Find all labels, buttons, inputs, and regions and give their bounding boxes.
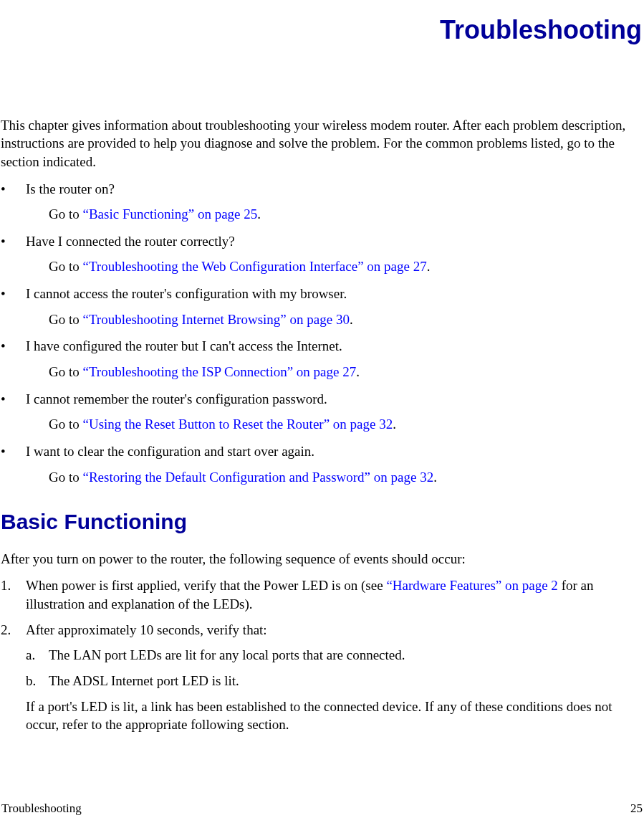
ordered-text-pre: When power is first applied, verify that… [26, 578, 386, 593]
goto-line: Go to “Using the Reset Button to Reset t… [49, 415, 643, 434]
bullet-item: • Is the router on? [1, 180, 643, 199]
bullet-marker: • [1, 232, 26, 251]
bullet-question: I have configured the router but I can't… [26, 337, 643, 356]
intro-paragraph: This chapter gives information about tro… [1, 116, 643, 171]
sub-text: The LAN port LEDs are lit for any local … [49, 646, 643, 665]
bullet-marker: • [1, 442, 26, 461]
section-intro: After you turn on power to the router, t… [1, 550, 643, 568]
section-heading: Basic Functioning [1, 508, 643, 537]
ordered-marker: 1. [1, 576, 26, 613]
goto-suffix: . [427, 259, 431, 274]
goto-suffix: . [393, 417, 396, 432]
sub-marker: b. [26, 672, 49, 690]
bullet-item: • I have configured the router but I can… [1, 337, 643, 356]
bullet-question: Is the router on? [26, 180, 643, 199]
cross-reference-link[interactable]: “Troubleshooting the ISP Connection” on … [83, 364, 357, 379]
goto-line: Go to “Troubleshooting the ISP Connectio… [49, 363, 643, 381]
goto-line: Go to “Troubleshooting Internet Browsing… [49, 310, 643, 329]
page-title: Troubleshooting [1, 13, 643, 48]
goto-prefix: Go to [49, 417, 83, 432]
sub-item: a. The LAN port LEDs are lit for any loc… [26, 646, 643, 665]
sub-text: The ADSL Internet port LED is lit. [49, 672, 643, 690]
bullet-question: I cannot remember the router's configura… [26, 390, 643, 409]
goto-line: Go to “Restoring the Default Configurati… [49, 468, 643, 487]
bullet-item: • Have I connected the router correctly? [1, 232, 643, 251]
cross-reference-link[interactable]: “Restoring the Default Configuration and… [83, 470, 434, 485]
bullet-question: I cannot access the router's configurati… [26, 285, 643, 303]
cross-reference-link[interactable]: “Troubleshooting the Web Configuration I… [83, 259, 427, 274]
bullet-marker: • [1, 390, 26, 409]
sub-item: b. The ADSL Internet port LED is lit. [26, 672, 643, 690]
goto-suffix: . [356, 364, 360, 379]
tail-paragraph: If a port's LED is lit, a link has been … [26, 698, 643, 734]
goto-prefix: Go to [49, 206, 83, 222]
bullet-item: • I cannot access the router's configura… [1, 285, 643, 303]
bullet-marker: • [1, 285, 26, 303]
cross-reference-link[interactable]: “Hardware Features” on page 2 [386, 578, 558, 593]
goto-line: Go to “Troubleshooting the Web Configura… [49, 257, 643, 276]
ordered-text: When power is first applied, verify that… [26, 576, 643, 613]
goto-prefix: Go to [49, 259, 83, 274]
footer-page-number: 25 [630, 801, 643, 817]
goto-prefix: Go to [49, 470, 83, 485]
cross-reference-link[interactable]: “Using the Reset Button to Reset the Rou… [83, 417, 393, 432]
goto-line: Go to “Basic Functioning” on page 25. [49, 205, 643, 224]
footer-left: Troubleshooting [1, 801, 82, 817]
bullet-question: I want to clear the configuration and st… [26, 442, 643, 461]
bullet-item: • I cannot remember the router's configu… [1, 390, 643, 409]
bullet-marker: • [1, 180, 26, 199]
ordered-item: 1. When power is first applied, verify t… [1, 576, 643, 613]
ordered-text: After approximately 10 seconds, verify t… [26, 621, 643, 639]
ordered-item: 2. After approximately 10 seconds, verif… [1, 621, 643, 639]
goto-prefix: Go to [49, 312, 83, 327]
bullet-marker: • [1, 337, 26, 356]
ordered-marker: 2. [1, 621, 26, 639]
goto-suffix: . [350, 312, 353, 327]
page-footer: Troubleshooting 25 [0, 801, 644, 817]
goto-suffix: . [257, 206, 261, 222]
cross-reference-link[interactable]: “Troubleshooting Internet Browsing” on p… [83, 312, 350, 327]
cross-reference-link[interactable]: “Basic Functioning” on page 25 [83, 206, 258, 222]
sub-marker: a. [26, 646, 49, 665]
bullet-question: Have I connected the router correctly? [26, 232, 643, 251]
bullet-item: • I want to clear the configuration and … [1, 442, 643, 461]
goto-prefix: Go to [49, 364, 83, 379]
goto-suffix: . [433, 470, 437, 485]
